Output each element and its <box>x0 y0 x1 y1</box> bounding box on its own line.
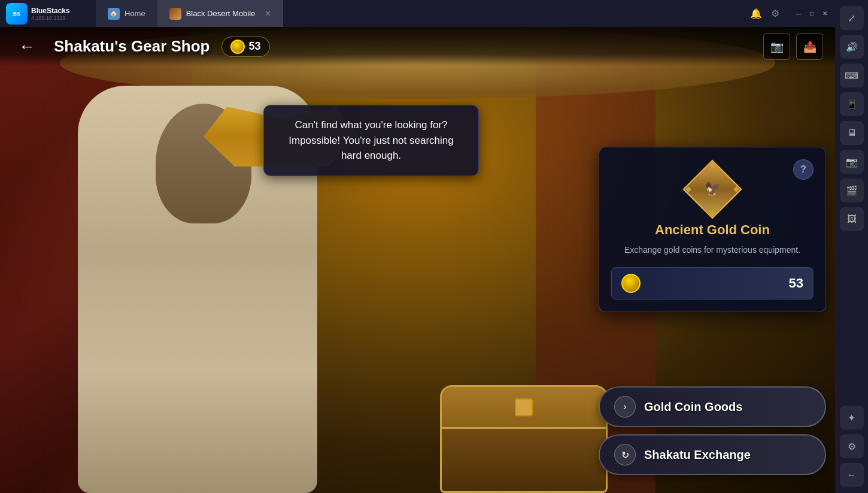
bs-logo-text-group: BlueStacks 4.160.10.1119 <box>31 7 70 21</box>
gold-coin-goods-label: Gold Coin Goods <box>644 400 742 414</box>
treasure-chest <box>440 385 608 493</box>
sidebar-btn-video[interactable]: 🎬 <box>840 179 864 202</box>
chest-lock <box>515 398 533 416</box>
camera-icon: 📷 <box>846 156 858 168</box>
title-bar-controls: 🔔 ⚙ <box>741 8 788 19</box>
coin-balance: 53 <box>789 276 803 291</box>
export-icon: 📤 <box>803 40 817 53</box>
sidebar-btn-settings2[interactable]: ⚙ <box>840 434 864 458</box>
speech-bubble: Can't find what you're looking for? Impo… <box>263 105 479 176</box>
sidebar-btn-gallery[interactable]: 🖼 <box>840 207 864 231</box>
back-arrow-shop-icon: ← <box>19 37 35 56</box>
maximize-button[interactable]: □ <box>808 10 816 18</box>
close-button[interactable]: ✕ <box>821 10 829 18</box>
tab-home-label: Home <box>125 9 145 18</box>
home-tab-icon: 🏠 <box>108 8 120 20</box>
screenshot-button[interactable]: 📷 <box>763 33 790 60</box>
coin-count-header: 53 <box>248 40 260 53</box>
bluestacks-logo: BS BlueStacks 4.160.10.1119 <box>0 3 96 25</box>
action-buttons: › Gold Coin Goods ↻ Shakatu Exchange <box>599 386 826 475</box>
window-controls: — □ ✕ <box>788 10 835 18</box>
sidebar-btn-tv[interactable]: 🖥 <box>840 121 864 145</box>
item-icon-diamond: 🦅 <box>683 160 742 219</box>
shakatu-exchange-button[interactable]: ↻ Shakatu Exchange <box>599 434 826 475</box>
sidebar-btn-expand[interactable]: ⤢ <box>840 6 864 30</box>
item-info-panel: 🦅 ? Ancient Gold Coin Exchange gold coin… <box>599 147 826 312</box>
tab-game-label: Black Desert Mobile <box>186 9 256 18</box>
minimize-button[interactable]: — <box>794 10 803 18</box>
sidebar-btn-sparkle[interactable]: ✦ <box>840 406 864 430</box>
sidebar-btn-camera[interactable]: 📷 <box>840 150 864 174</box>
header-right-buttons: 📷 📤 <box>763 33 823 60</box>
coin-display: 53 <box>221 37 269 57</box>
coin-icon-panel <box>621 274 641 293</box>
tab-game[interactable]: Black Desert Mobile ✕ <box>157 0 284 27</box>
coin-icon-header <box>230 40 245 54</box>
shop-header: ← Shakatu's Gear Shop 53 📷 📤 <box>0 27 835 66</box>
item-description: Exchange gold coins for mysterious equip… <box>611 244 814 256</box>
bs-logo-icon: BS <box>6 3 28 25</box>
character-head <box>156 104 251 223</box>
coin-balance-row: 53 <box>611 267 814 300</box>
item-icon-area: 🦅 ? <box>611 159 814 219</box>
item-icon-inner: 🦅 <box>705 182 721 197</box>
sidebar-btn-phone[interactable]: 📱 <box>840 92 864 116</box>
help-icon: ? <box>800 164 806 175</box>
video-icon: 🎬 <box>846 185 858 196</box>
help-button[interactable]: ? <box>793 159 814 180</box>
gold-coin-goods-button[interactable]: › Gold Coin Goods <box>599 386 826 427</box>
close-tab-icon[interactable]: ✕ <box>265 9 271 18</box>
screenshot-icon: 📷 <box>770 40 784 53</box>
title-bar: BS BlueStacks 4.160.10.1119 🏠 Home Black… <box>0 0 835 27</box>
expand-icon: ⤢ <box>848 13 855 24</box>
chest-lid <box>442 387 606 429</box>
shakatu-exchange-label: Shakatu Exchange <box>644 448 751 462</box>
sidebar-btn-keyboard[interactable]: ⌨ <box>840 63 864 87</box>
back-arrow-icon: ← <box>847 470 857 480</box>
npc-dialogue-text: Can't find what you're looking for? Impo… <box>289 119 453 161</box>
export-button[interactable]: 📤 <box>796 33 823 60</box>
shakatu-refresh-icon: ↻ <box>614 444 636 465</box>
volume-icon: 🔊 <box>846 41 858 53</box>
gold-coin-arrow-icon: › <box>614 396 636 418</box>
back-button[interactable]: ← <box>12 32 42 62</box>
bs-version: 4.160.10.1119 <box>31 15 70 21</box>
gallery-icon: 🖼 <box>847 214 857 225</box>
tv-icon: 🖥 <box>847 128 857 138</box>
game-tab-icon <box>169 8 181 20</box>
right-sidebar: ⤢ 🔊 ⌨ 📱 🖥 📷 🎬 🖼 ✦ ⚙ ← <box>835 0 868 493</box>
settings-icon[interactable]: ⚙ <box>771 8 779 19</box>
sidebar-btn-volume[interactable]: 🔊 <box>840 35 864 59</box>
bs-logo-name: BlueStacks <box>31 7 70 15</box>
game-area: ← Shakatu's Gear Shop 53 📷 📤 Can't find … <box>0 27 835 493</box>
settings2-icon: ⚙ <box>848 441 856 452</box>
item-name: Ancient Gold Coin <box>611 222 814 238</box>
sidebar-btn-back[interactable]: ← <box>840 463 864 487</box>
keyboard-icon: ⌨ <box>845 70 858 81</box>
sparkle-icon: ✦ <box>848 412 855 424</box>
phone-icon: 📱 <box>846 99 858 110</box>
tab-home[interactable]: 🏠 Home <box>96 0 157 27</box>
shop-title: Shakatu's Gear Shop <box>54 37 210 56</box>
notification-icon[interactable]: 🔔 <box>750 8 762 19</box>
